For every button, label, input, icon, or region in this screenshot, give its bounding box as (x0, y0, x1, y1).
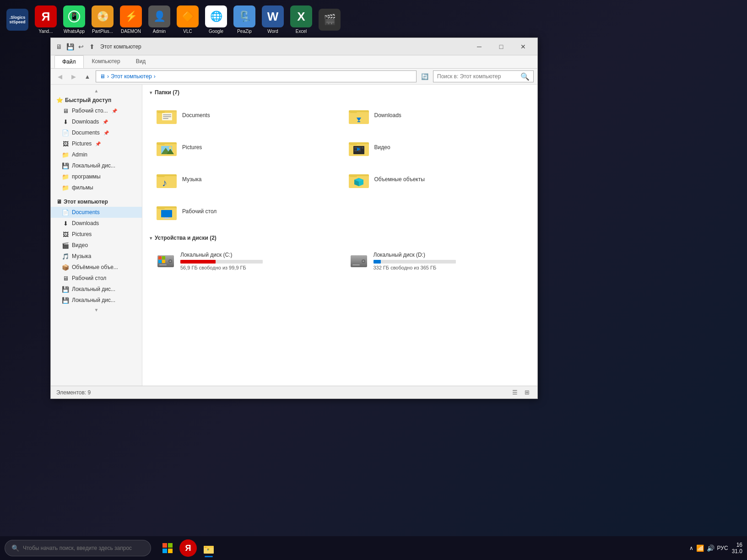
sidebar-item-pc-3d[interactable]: 📦 Объёмные объе... (51, 262, 142, 273)
sidebar: ▲ ⭐ Быстрый доступ 🖥 Рабочий сто... 📌 ⬇ … (51, 85, 142, 386)
folder-item-documents[interactable]: Documents (150, 101, 338, 129)
svg-rect-55 (158, 260, 162, 263)
desktop-icon-whatsapp[interactable]: 📱 WhatsApp (61, 4, 87, 36)
folder-item-3d[interactable]: Объемные объекты (342, 165, 530, 194)
svg-rect-12 (350, 111, 357, 113)
disk-d-free: 332 ГБ свободно из 365 ГБ (374, 265, 525, 270)
disk-item-d[interactable]: Локальный диск (D:) 332 ГБ свободно из 3… (343, 247, 530, 275)
refresh-button[interactable]: 🔄 (419, 71, 430, 82)
sidebar-item-pc-diskD[interactable]: 💾 Локальный дис... (51, 295, 142, 306)
svg-rect-63 (168, 543, 173, 548)
this-pc-header[interactable]: 🖥 Этот компьютер (51, 197, 142, 207)
svg-rect-26 (354, 147, 357, 149)
sidebar-item-pc-diskC[interactable]: 💾 Локальный дис... (51, 284, 142, 295)
desktop-icon-yandex[interactable]: Я Yand... (33, 4, 59, 36)
folder-item-downloads[interactable]: Downloads (342, 101, 530, 129)
svg-rect-17 (157, 143, 165, 145)
taskbar-search-input[interactable] (23, 545, 144, 551)
folder-item-pictures[interactable]: Pictures (150, 133, 338, 162)
sidebar-item-admin[interactable]: 📁 Admin (51, 149, 142, 160)
breadcrumb-separator: › (107, 73, 109, 80)
undo-icon[interactable]: ↩ (76, 42, 86, 51)
disks-section-title: Устройства и диски (2) (155, 235, 217, 241)
forward-button[interactable]: ▶ (68, 71, 79, 82)
quick-access-star-icon: ⭐ (56, 97, 63, 103)
desktop-icon-daemon[interactable]: ⚡ DAEMON (118, 4, 144, 36)
taskbar-clock[interactable]: 16 31.0 (732, 542, 742, 555)
sidebar-item-documents[interactable]: 📄 Documents 📌 (51, 127, 142, 138)
minimize-button[interactable]: ─ (469, 39, 490, 54)
breadcrumb-this-pc[interactable]: Этот компьютер (111, 73, 152, 80)
language-indicator[interactable]: РУС (717, 545, 728, 551)
system-tray-chevron[interactable]: ∧ (689, 545, 693, 551)
svg-rect-38 (350, 175, 357, 177)
desktop-icon-partitioner[interactable]: 📀 PartPlus... (90, 4, 115, 36)
taskbar-search[interactable]: 🔍 (5, 540, 151, 556)
search-input[interactable] (437, 73, 518, 80)
desktop-icon-word[interactable]: W Word (260, 4, 286, 36)
tab-view[interactable]: Вид (129, 55, 153, 68)
explorer-window: 🖥 💾 ↩ ⬆ Этот компьютер ─ □ ✕ Файл Компью… (50, 38, 538, 399)
sidebar-item-pc-documents[interactable]: 📄 Documents (51, 207, 142, 218)
taskbar-right-icons: ∧ 📶 🔊 РУС (689, 544, 728, 552)
quick-access-header[interactable]: ⭐ Быстрый доступ (51, 95, 142, 105)
sidebar-item-pc-pictures[interactable]: 🖼 Pictures (51, 229, 142, 240)
sidebar-item-downloads[interactable]: ⬇ Downloads 📌 (51, 116, 142, 127)
svg-rect-74 (208, 549, 209, 550)
desktop-icon-media[interactable]: 🎬 (317, 7, 342, 32)
disk-item-c[interactable]: Локальный диск (C:) 56,9 ГБ свободно из … (150, 247, 337, 275)
tab-file[interactable]: Файл (54, 55, 84, 68)
details-view-button[interactable]: ☰ (510, 388, 520, 398)
sidebar-item-label: Downloads (72, 220, 99, 226)
address-breadcrumb: 🖥 › Этот компьютер › (100, 73, 156, 80)
sidebar-item-pc-rdeskstop[interactable]: 🖥 Рабочий стол (51, 273, 142, 284)
search-box[interactable]: 🔍 (433, 70, 534, 82)
desktop-icon-label: WhatsApp (64, 29, 85, 34)
address-input[interactable]: 🖥 › Этот компьютер › (96, 70, 417, 82)
folder-item-desktop[interactable]: Рабочий стол (150, 197, 338, 226)
taskbar-app-windows[interactable] (157, 538, 179, 558)
tab-computer[interactable]: Компьютер (85, 55, 128, 68)
sidebar-item-pictures[interactable]: 🖼 Pictures 📌 (51, 138, 142, 149)
desktop-icon-admin[interactable]: 👤 Admin (146, 4, 172, 36)
sidebar-item-localdisk[interactable]: 💾 Локальный дис... (51, 160, 142, 171)
search-icon: 🔍 (520, 72, 530, 81)
up-button[interactable]: ▲ (82, 71, 93, 82)
sidebar-item-desktop[interactable]: 🖥 Рабочий сто... 📌 (51, 105, 142, 116)
back-button[interactable]: ◀ (54, 71, 65, 82)
desktop-icon-slogics[interactable]: .Slogics stSpeed (5, 7, 30, 32)
ribbon: Файл Компьютер Вид (51, 55, 537, 69)
folder-icon: 📁 (62, 184, 69, 191)
disk-icon-wrapper (156, 251, 176, 271)
sidebar-item-label: Downloads (72, 118, 99, 125)
volume-icon[interactable]: 🔊 (707, 544, 715, 552)
folder-item-music[interactable]: ♪ Музыка (150, 165, 338, 194)
maximize-button[interactable]: □ (491, 39, 512, 54)
desktop-icon-chrome[interactable]: 🌐 Google (203, 4, 229, 36)
taskbar-app-explorer[interactable] (198, 538, 220, 558)
title-bar: 🖥 💾 ↩ ⬆ Этот компьютер ─ □ ✕ (51, 38, 537, 55)
sidebar-item-pc-music[interactable]: 🎵 Музыка (51, 251, 142, 262)
desktop-icon-label: Yand... (39, 29, 53, 34)
desktop-icon-peazip[interactable]: 🗜️ PeaZip (232, 4, 257, 36)
quick-save-icon[interactable]: 💾 (65, 42, 75, 51)
folder-item-video[interactable]: Видео (342, 133, 530, 162)
properties-icon[interactable]: ⬆ (87, 42, 97, 51)
taskbar-app-yandex[interactable]: Я (179, 539, 197, 557)
svg-text:📱: 📱 (70, 12, 79, 21)
folder-icon: 📁 (62, 173, 69, 180)
sidebar-item-filmy[interactable]: 📁 фильмы (51, 182, 142, 193)
sidebar-item-pc-downloads[interactable]: ⬇ Downloads (51, 218, 142, 229)
sidebar-item-pc-video[interactable]: 🎬 Видео (51, 240, 142, 251)
close-button[interactable]: ✕ (513, 39, 534, 54)
sidebar-item-label: Admin (72, 151, 87, 158)
desktop-icon-excel[interactable]: X Excel (288, 4, 314, 36)
pin-icon: 📌 (103, 130, 109, 135)
sidebar-item-programmy[interactable]: 📁 программы (51, 171, 142, 182)
desktop-icon-label: PeaZip (237, 29, 252, 34)
desktop-icon-vlc[interactable]: 🔶 VLC (175, 4, 200, 36)
content-area: Папки (7) (142, 85, 537, 386)
downloads-icon: ⬇ (62, 220, 69, 227)
folder-icon-wrapper (348, 105, 370, 125)
large-icons-view-button[interactable]: ⊞ (522, 388, 532, 398)
